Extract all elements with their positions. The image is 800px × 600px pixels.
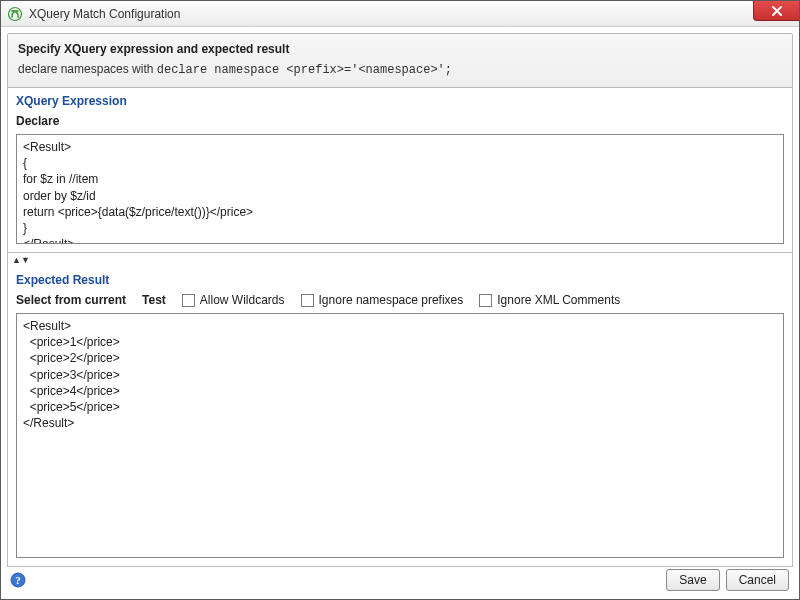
svg-text:?: ? xyxy=(15,574,21,586)
close-button[interactable] xyxy=(753,1,799,21)
window-title: XQuery Match Configuration xyxy=(29,7,180,21)
header-title: Specify XQuery expression and expected r… xyxy=(18,42,782,56)
checkbox-box-icon xyxy=(301,294,314,307)
dialog-window: XQuery Match Configuration Specify XQuer… xyxy=(0,0,800,600)
titlebar: XQuery Match Configuration xyxy=(1,1,799,27)
svg-point-0 xyxy=(9,7,22,20)
ignore-namespace-prefixes-label: Ignore namespace prefixes xyxy=(319,293,464,307)
expected-toolbar: Select from current Test Allow Wildcards… xyxy=(8,289,792,313)
checkbox-box-icon xyxy=(479,294,492,307)
dialog-footer: ? Save Cancel xyxy=(7,567,793,591)
header-subtitle-prefix: declare namespaces with xyxy=(18,62,157,76)
xquery-toolbar: Declare xyxy=(8,110,792,134)
save-button[interactable]: Save xyxy=(666,569,719,591)
splitter-handle[interactable]: ▲▼ xyxy=(7,253,793,267)
xquery-expression-input[interactable]: <Result> { for $z in //item order by $z/… xyxy=(16,134,784,244)
xquery-section-title: XQuery Expression xyxy=(8,88,792,110)
app-icon xyxy=(7,6,23,22)
header-subtitle: declare namespaces with declare namespac… xyxy=(18,62,782,77)
splitter-icon: ▲▼ xyxy=(12,256,30,265)
expected-result-panel: Expected Result Select from current Test… xyxy=(7,267,793,567)
xquery-expression-panel: XQuery Expression Declare <Result> { for… xyxy=(7,88,793,253)
declare-button[interactable]: Declare xyxy=(16,114,59,128)
header-box: Specify XQuery expression and expected r… xyxy=(7,33,793,88)
help-icon: ? xyxy=(10,572,26,588)
help-button[interactable]: ? xyxy=(9,571,27,589)
expected-textarea-wrap: <Result> <price>1</price> <price>2</pric… xyxy=(8,313,792,566)
allow-wildcards-label: Allow Wildcards xyxy=(200,293,285,307)
xquery-textarea-wrap: <Result> { for $z in //item order by $z/… xyxy=(8,134,792,252)
header-subtitle-code: declare namespace <prefix>='<namespace>'… xyxy=(157,63,452,77)
test-button[interactable]: Test xyxy=(142,293,166,307)
ignore-namespace-prefixes-checkbox[interactable]: Ignore namespace prefixes xyxy=(301,293,464,307)
expected-section-title: Expected Result xyxy=(8,267,792,289)
cancel-button[interactable]: Cancel xyxy=(726,569,789,591)
dialog-content: Specify XQuery expression and expected r… xyxy=(1,27,799,599)
expected-result-input[interactable]: <Result> <price>1</price> <price>2</pric… xyxy=(16,313,784,558)
checkbox-box-icon xyxy=(182,294,195,307)
ignore-xml-comments-label: Ignore XML Comments xyxy=(497,293,620,307)
ignore-xml-comments-checkbox[interactable]: Ignore XML Comments xyxy=(479,293,620,307)
allow-wildcards-checkbox[interactable]: Allow Wildcards xyxy=(182,293,285,307)
select-from-current-button[interactable]: Select from current xyxy=(16,293,126,307)
